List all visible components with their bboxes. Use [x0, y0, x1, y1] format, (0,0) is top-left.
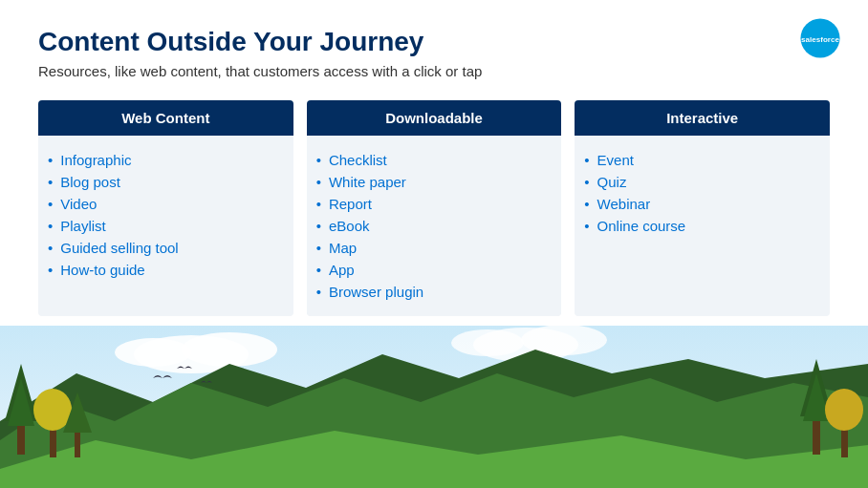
svg-text:salesforce: salesforce: [801, 35, 839, 44]
column-body-web-content: InfographicBlog postVideoPlaylistGuided …: [38, 136, 293, 294]
content-columns: Web ContentInfographicBlog postVideoPlay…: [0, 100, 868, 316]
list-item: Infographic: [48, 149, 278, 171]
header: Content Outside Your Journey Resources, …: [0, 0, 868, 89]
svg-point-4: [182, 332, 277, 367]
svg-rect-18: [75, 429, 80, 457]
list-item: Video: [48, 193, 278, 215]
column-body-interactive: EventQuizWebinarOnline course: [575, 136, 830, 250]
svg-point-17: [33, 389, 72, 431]
svg-point-24: [825, 389, 863, 431]
column-downloadable: DownloadableChecklistWhite paperReporteB…: [307, 100, 562, 316]
list-item: Guided selling tool: [48, 237, 278, 259]
column-interactive: InteractiveEventQuizWebinarOnline course: [575, 100, 830, 316]
list-item: Online course: [584, 215, 814, 237]
svg-point-8: [451, 329, 524, 356]
list-item: Checklist: [316, 149, 547, 171]
list-item: Quiz: [584, 171, 814, 193]
list-item: Report: [316, 193, 547, 215]
list-item: Playlist: [48, 215, 278, 237]
column-header-interactive: Interactive: [575, 100, 830, 136]
landscape-illustration: [0, 326, 868, 488]
page-subtitle: Resources, like web content, that custom…: [38, 63, 830, 79]
svg-point-5: [115, 338, 191, 367]
list-item: Browser plugin: [316, 281, 547, 303]
svg-rect-12: [0, 474, 868, 488]
list-item: eBook: [316, 215, 547, 237]
list-item: How-to guide: [48, 259, 278, 281]
salesforce-logo: salesforce: [799, 17, 841, 59]
slide: salesforce Content Outside Your Journey …: [0, 0, 868, 488]
list-item: Map: [316, 237, 547, 259]
list-item: White paper: [316, 171, 547, 193]
list-item: Event: [584, 149, 814, 171]
page-title: Content Outside Your Journey: [38, 27, 830, 57]
list-item: Webinar: [584, 193, 814, 215]
column-web-content: Web ContentInfographicBlog postVideoPlay…: [38, 100, 293, 316]
column-body-downloadable: ChecklistWhite paperReporteBookMapAppBro…: [307, 136, 562, 316]
column-header-web-content: Web Content: [38, 100, 293, 136]
list-item: Blog post: [48, 171, 278, 193]
column-header-downloadable: Downloadable: [307, 100, 562, 136]
list-item: App: [316, 259, 547, 281]
